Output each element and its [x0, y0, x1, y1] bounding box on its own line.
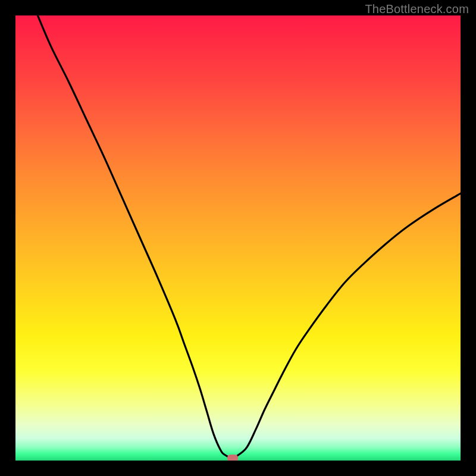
plot-area	[15, 15, 461, 461]
minimum-marker	[227, 455, 238, 461]
watermark-text: TheBottleneck.com	[365, 2, 469, 16]
bottleneck-curve	[15, 15, 461, 461]
chart-frame: TheBottleneck.com	[0, 0, 476, 476]
